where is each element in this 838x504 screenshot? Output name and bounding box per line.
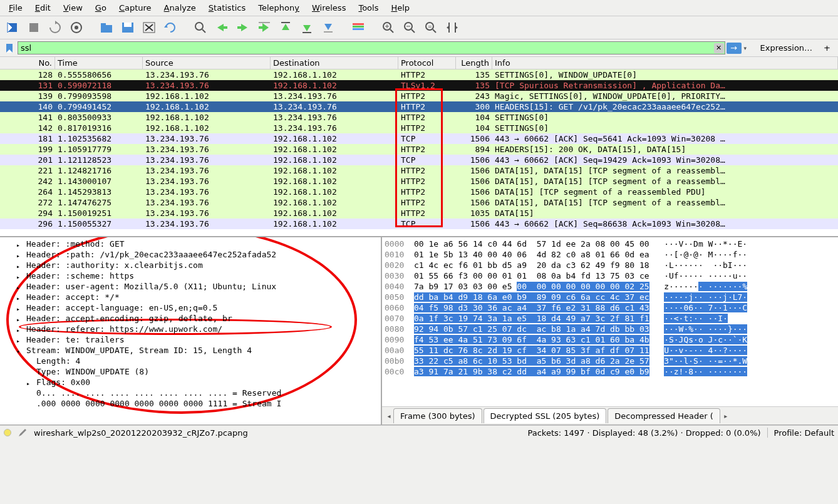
- packet-row[interactable]: 1310.59907211813.234.193.76192.168.1.102…: [0, 80, 838, 91]
- start-capture-icon[interactable]: [4, 19, 21, 36]
- tab-scroll-left[interactable]: ◂: [385, 411, 393, 421]
- close-file-icon[interactable]: [140, 19, 158, 36]
- packet-row[interactable]: 2421.14300010713.234.193.76192.168.1.102…: [0, 176, 838, 187]
- tree-item[interactable]: ▸Header: accept: */*: [0, 292, 381, 302]
- packet-row[interactable]: 2211.12482171613.234.193.76192.168.1.102…: [0, 165, 838, 176]
- menu-edit[interactable]: Edit: [29, 1, 57, 14]
- resize-columns-icon[interactable]: [443, 19, 461, 36]
- capture-options-icon[interactable]: [68, 19, 85, 36]
- colorize-icon[interactable]: [349, 19, 367, 36]
- menu-telephony[interactable]: Telephony: [252, 1, 306, 14]
- col-source[interactable]: Source: [143, 57, 271, 69]
- col-no[interactable]: No.: [0, 57, 55, 69]
- menu-wireless[interactable]: Wireless: [306, 1, 352, 14]
- hex-dump[interactable]: 0000 00 1e a6 56 14 c0 44 6d 57 1d ee 2a…: [382, 237, 838, 406]
- expression-button[interactable]: Expression…: [755, 42, 818, 54]
- menu-capture[interactable]: Capture: [113, 1, 158, 14]
- col-destination[interactable]: Destination: [271, 57, 398, 69]
- tree-item[interactable]: ▸Header: accept-language: en-US,en;q=0.5: [0, 302, 381, 313]
- hex-row[interactable]: 0040 7a b9 17 03 03 00 e5 00 00 00 00 00…: [385, 281, 835, 292]
- tab-decrypted-ssl[interactable]: Decrypted SSL (205 bytes): [484, 408, 607, 423]
- tree-item[interactable]: ▸Header: accept-encoding: gzip, deflate,…: [0, 313, 381, 324]
- first-icon[interactable]: [277, 19, 294, 36]
- packet-row[interactable]: 1991.10591777913.234.193.76192.168.1.102…: [0, 144, 838, 155]
- last-icon[interactable]: [298, 19, 316, 36]
- packet-list-body[interactable]: 1280.55558065613.234.193.76192.168.1.102…: [0, 69, 838, 237]
- hex-row[interactable]: 0050 dd ba b4 d9 18 6a e0 b9 89 09 c6 6a…: [385, 292, 835, 302]
- packet-row[interactable]: 2641.14529381313.234.193.76192.168.1.102…: [0, 187, 838, 197]
- goto-icon[interactable]: [256, 19, 273, 36]
- hex-row[interactable]: 0030 01 55 66 f3 00 00 01 01 08 0a b4 fd…: [385, 270, 835, 281]
- hex-row[interactable]: 00a0 55 11 dc 76 8c 2d 19 cf 34 07 85 3f…: [385, 345, 835, 356]
- tab-scroll-right[interactable]: ▸: [722, 411, 730, 421]
- packet-details-tree[interactable]: ▸Header: :method: GET▸Header: :path: /v1…: [0, 237, 382, 424]
- tree-item[interactable]: ▸Header: :scheme: https: [0, 270, 381, 281]
- packet-row[interactable]: 2721.14747627513.234.193.76192.168.1.102…: [0, 197, 838, 208]
- hex-row[interactable]: 0080 92 94 0b 57 c1 25 07 dc ac b8 1a a4…: [385, 324, 835, 334]
- edit-capture-icon[interactable]: [18, 428, 28, 438]
- tree-item[interactable]: ▸Header: :path: /v1/pk_20ecac233aaaee647…: [0, 249, 381, 260]
- tab-frame[interactable]: Frame (300 bytes): [393, 408, 482, 423]
- menu-help[interactable]: Help: [385, 1, 416, 14]
- apply-filter-icon[interactable]: →: [727, 43, 742, 54]
- zoom-reset-icon[interactable]: =: [422, 19, 440, 36]
- col-protocol[interactable]: Protocol: [398, 57, 456, 69]
- col-info[interactable]: Info: [492, 57, 838, 69]
- menu-go[interactable]: Go: [89, 1, 113, 14]
- menu-file[interactable]: File: [3, 1, 29, 14]
- next-icon[interactable]: [234, 19, 252, 36]
- bookmark-icon[interactable]: [4, 43, 15, 54]
- tree-item[interactable]: ▸Header: te: trailers: [0, 334, 381, 345]
- tree-item[interactable]: ▸Header: :method: GET: [0, 239, 381, 249]
- menu-view[interactable]: View: [57, 1, 89, 14]
- stop-capture-icon[interactable]: [25, 19, 43, 36]
- autoscroll-icon[interactable]: [319, 19, 337, 36]
- tree-item[interactable]: ▸Flags: 0x00: [0, 377, 381, 388]
- hex-row[interactable]: 0020 c1 4c ec f6 01 bb d5 a9 20 da c3 62…: [385, 260, 835, 270]
- hex-row[interactable]: 00b0 33 22 c5 a8 6c 10 53 bd a5 b6 3d a8…: [385, 356, 835, 366]
- packet-row[interactable]: 2961.15005532713.234.193.76192.168.1.102…: [0, 219, 838, 229]
- prev-icon[interactable]: [213, 19, 230, 36]
- profile-label[interactable]: Profile: Default: [774, 428, 834, 438]
- tree-item[interactable]: ▸Header: referer: https://www.upwork.com…: [0, 324, 381, 334]
- tree-item[interactable]: ▸Header: :authority: x.clearbitjs.com: [0, 260, 381, 270]
- hex-row[interactable]: 0060 04 f5 98 d3 30 36 ac a4 37 f6 e2 31…: [385, 302, 835, 313]
- hex-row[interactable]: 0070 0a 1f 3c 19 74 3a 1a e5 18 d4 49 a7…: [385, 313, 835, 324]
- save-file-icon[interactable]: [119, 19, 137, 36]
- zoom-out-icon[interactable]: [401, 19, 418, 36]
- packet-row[interactable]: 2941.15001925113.234.193.76192.168.1.102…: [0, 208, 838, 219]
- tree-item[interactable]: 0... .... .... .... .... .... .... .... …: [0, 388, 381, 398]
- menu-analyze[interactable]: Analyze: [158, 1, 202, 14]
- expert-info-icon[interactable]: [4, 429, 11, 436]
- menu-statistics[interactable]: Statistics: [202, 1, 252, 14]
- tree-item[interactable]: .000 0000 0000 0000 0000 0000 0000 1111 …: [0, 398, 381, 409]
- add-filter-button[interactable]: +: [820, 42, 834, 54]
- tree-item[interactable]: ▸Header: user-agent: Mozilla/5.0 (X11; U…: [0, 281, 381, 292]
- zoom-in-icon[interactable]: [380, 19, 397, 36]
- tab-decompressed-header[interactable]: Decompressed Header (: [608, 408, 720, 423]
- tree-item[interactable]: Type: WINDOW_UPDATE (8): [0, 366, 381, 377]
- hex-row[interactable]: 0000 00 1e a6 56 14 c0 44 6d 57 1d ee 2a…: [385, 239, 835, 249]
- find-icon[interactable]: [192, 19, 209, 36]
- col-time[interactable]: Time: [55, 57, 143, 69]
- col-length[interactable]: Length: [456, 57, 492, 69]
- packet-row[interactable]: 1410.803500933192.168.1.10213.234.193.76…: [0, 112, 838, 123]
- tree-item[interactable]: ▾Stream: WINDOW_UPDATE, Stream ID: 15, L…: [0, 345, 381, 356]
- packet-row[interactable]: 2011.12112852313.234.193.76192.168.1.102…: [0, 155, 838, 165]
- reload-icon[interactable]: [162, 19, 179, 36]
- packet-row[interactable]: 1280.55558065613.234.193.76192.168.1.102…: [0, 69, 838, 80]
- filter-history-dropdown[interactable]: ▾: [744, 45, 753, 51]
- open-file-icon[interactable]: [98, 19, 115, 36]
- restart-capture-icon[interactable]: [46, 19, 64, 36]
- hex-row[interactable]: 0090 f4 53 ee 4a 51 73 09 6f 4a 93 63 c1…: [385, 334, 835, 345]
- packet-row[interactable]: 1420.817019316192.168.1.10213.234.193.76…: [0, 123, 838, 133]
- packet-row[interactable]: 1400.799491452192.168.1.10213.234.193.76…: [0, 101, 838, 112]
- display-filter-input[interactable]: [18, 41, 725, 54]
- packet-row[interactable]: 1811.10253568213.234.193.76192.168.1.102…: [0, 133, 838, 144]
- clear-filter-icon[interactable]: ✕: [714, 43, 724, 53]
- hex-row[interactable]: 0010 01 1e 5b 13 40 00 40 06 4d 82 c0 a8…: [385, 249, 835, 260]
- tree-item[interactable]: Length: 4: [0, 356, 381, 366]
- packet-row[interactable]: 1390.799093598192.168.1.10213.234.193.76…: [0, 91, 838, 101]
- menu-tools[interactable]: Tools: [352, 1, 385, 14]
- hex-row[interactable]: 00c0 a3 91 7a 21 9b 38 c2 dd a4 a9 99 bf…: [385, 366, 835, 377]
